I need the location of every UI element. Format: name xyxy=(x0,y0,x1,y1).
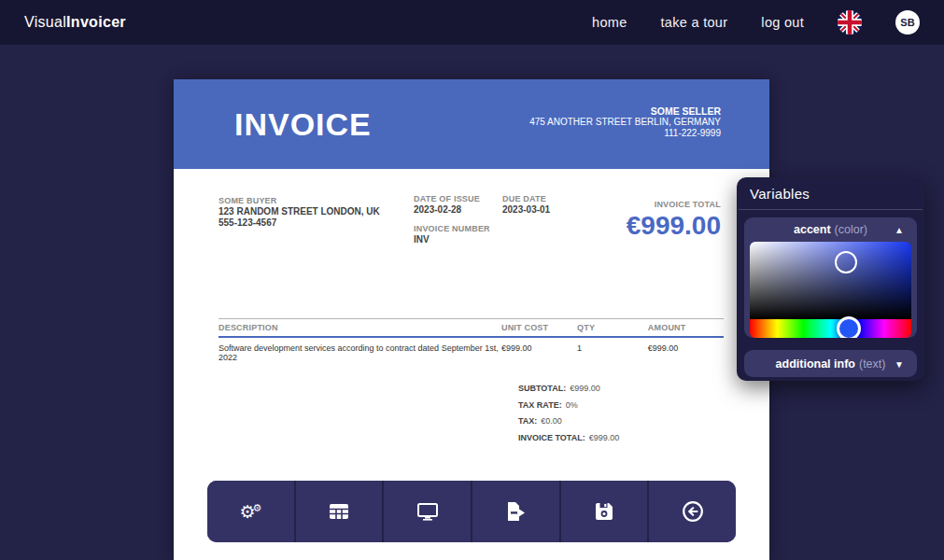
tax-value: €0.00 xyxy=(541,416,562,426)
action-toolbar: ⚙⚙ xyxy=(207,481,736,542)
invoice-header: INVOICE SOME SELLER 475 ANOTHER STREET B… xyxy=(174,79,769,169)
buyer-block: SOME BUYER 123 RANDOM STREET LONDON, UK … xyxy=(218,193,380,229)
tax-rate-line: TAX RATE:0% xyxy=(518,398,619,414)
save-button[interactable] xyxy=(559,481,648,542)
invoice-number-block: INVOICE NUMBER INV xyxy=(414,223,490,245)
col-header-description: DESCRIPTION xyxy=(218,323,501,332)
additional-info-section-type: (text) xyxy=(859,357,885,371)
subtotal-value: €999.00 xyxy=(570,384,600,393)
logo-suffix: Invoicer xyxy=(66,14,126,30)
logo-prefix: Visual xyxy=(24,14,66,30)
settings-button[interactable]: ⚙⚙ xyxy=(207,481,294,542)
buyer-name: SOME BUYER xyxy=(218,196,277,205)
row-qty: 1 xyxy=(577,343,648,362)
uk-flag-icon[interactable] xyxy=(838,10,862,35)
buyer-phone: 555-123-4567 xyxy=(218,217,380,229)
monitor-icon xyxy=(417,503,438,521)
variable-section-accent: accent (color) ▲ xyxy=(744,217,917,338)
date-of-issue-block: DATE OF ISSUE 2023-02-28 xyxy=(414,193,480,216)
line-items-table: DESCRIPTION UNIT COST QTY AMOUNT Softwar… xyxy=(218,318,724,368)
subtotal-label: SUBTOTAL: xyxy=(518,384,566,393)
col-header-amount: AMOUNT xyxy=(648,323,724,332)
totals-block: SUBTOTAL:€999.00 TAX RATE:0% TAX:€0.00 I… xyxy=(518,381,619,446)
seller-phone: 111-222-9999 xyxy=(529,128,721,139)
invoice-number-label: INVOICE NUMBER xyxy=(414,223,490,234)
due-date-block: DUE DATE 2023-03-01 xyxy=(502,193,550,216)
additional-info-section-header[interactable]: additional info (text) ▼ xyxy=(744,350,917,377)
invoice-total-line: INVOICE TOTAL:€999.00 xyxy=(518,430,619,447)
buyer-address: 123 RANDOM STREET LONDON, UK xyxy=(218,206,380,217)
subtotal-line: SUBTOTAL:€999.00 xyxy=(518,381,619,398)
panel-divider xyxy=(739,209,923,210)
col-header-qty: QTY xyxy=(577,323,648,332)
invoice-title: INVOICE xyxy=(234,106,372,143)
invoice-number-value: INV xyxy=(414,234,490,245)
file-export-icon xyxy=(506,502,526,521)
tax-line: TAX:€0.00 xyxy=(518,413,619,430)
arrow-circle-left-icon xyxy=(683,501,703,522)
nav-link-home[interactable]: home xyxy=(592,15,627,30)
row-unit-cost: €999.00 xyxy=(501,343,577,362)
row-description: Software development services according … xyxy=(218,343,501,362)
seller-address: 475 ANOTHER STREET BERLIN, GERMANY xyxy=(529,117,721,128)
saturation-area[interactable] xyxy=(750,242,911,319)
seller-block: SOME SELLER 475 ANOTHER STREET BERLIN, G… xyxy=(529,105,721,139)
due-date-value: 2023-03-01 xyxy=(502,204,550,216)
total-line-label: INVOICE TOTAL: xyxy=(518,433,585,442)
col-header-unit-cost: UNIT COST xyxy=(501,323,577,332)
export-button[interactable] xyxy=(471,481,559,542)
total-line-value: €999.00 xyxy=(589,433,620,442)
table-row: Software development services according … xyxy=(218,338,724,368)
color-picker[interactable] xyxy=(750,242,911,338)
top-navbar: VisualInvoicer home take a tour log out … xyxy=(0,0,944,45)
preview-button[interactable] xyxy=(382,481,471,542)
date-of-issue-label: DATE OF ISSUE xyxy=(414,193,480,204)
variable-section-additional-info: additional info (text) ▼ xyxy=(744,350,917,377)
table-header-row: DESCRIPTION UNIT COST QTY AMOUNT xyxy=(218,318,724,338)
hue-cursor[interactable] xyxy=(837,316,861,338)
nav-link-log-out[interactable]: log out xyxy=(761,15,804,30)
saturation-cursor[interactable] xyxy=(835,251,857,273)
accent-section-type: (color) xyxy=(835,223,867,236)
app-logo[interactable]: VisualInvoicer xyxy=(24,14,126,31)
app-window: VisualInvoicer home take a tour log out … xyxy=(0,0,944,560)
variables-panel: Variables accent (color) ▲ additional in… xyxy=(737,177,924,381)
nav-link-take-a-tour[interactable]: take a tour xyxy=(661,15,728,30)
invoice-total-label: INVOICE TOTAL xyxy=(627,200,721,209)
tax-label: TAX: xyxy=(518,416,537,426)
variables-panel-title: Variables xyxy=(737,177,924,209)
navbar-right: home take a tour log out SB xyxy=(592,10,920,35)
accent-section-header[interactable]: accent (color) ▲ xyxy=(744,217,917,242)
user-avatar[interactable]: SB xyxy=(895,10,920,35)
table-icon xyxy=(330,504,348,519)
hue-slider[interactable] xyxy=(750,319,911,338)
date-of-issue-value: 2023-02-28 xyxy=(414,204,480,216)
expand-triangle-icon[interactable]: ▼ xyxy=(895,358,904,369)
collapse-triangle-icon[interactable]: ▲ xyxy=(895,225,904,235)
save-icon xyxy=(596,503,613,520)
seller-name: SOME SELLER xyxy=(529,105,721,117)
invoice-preview: INVOICE SOME SELLER 475 ANOTHER STREET B… xyxy=(174,79,769,560)
invoice-total-value: €999.00 xyxy=(627,211,721,241)
cogs-icon: ⚙⚙ xyxy=(239,503,261,521)
accent-section-name: accent xyxy=(794,223,831,236)
additional-info-section-name: additional info xyxy=(776,357,855,371)
tax-rate-value: 0% xyxy=(566,400,578,410)
invoice-total-block: INVOICE TOTAL €999.00 xyxy=(627,200,721,241)
row-amount: €999.00 xyxy=(648,343,724,362)
back-button[interactable] xyxy=(647,481,736,542)
tax-rate-label: TAX RATE: xyxy=(518,400,562,410)
due-date-label: DUE DATE xyxy=(502,193,550,204)
table-view-button[interactable] xyxy=(294,481,383,542)
